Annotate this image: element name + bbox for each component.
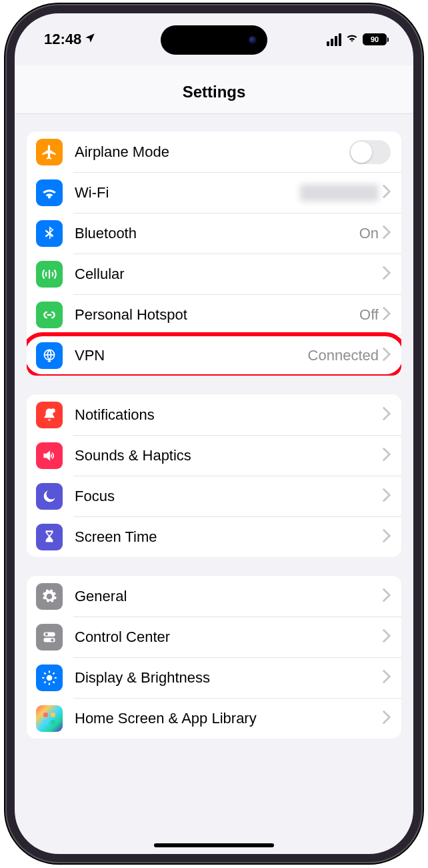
settings-group: GeneralControl CenterDisplay & Brightnes…: [27, 576, 401, 739]
row-display[interactable]: Display & Brightness: [27, 657, 401, 698]
row-detail-blurred: [300, 184, 379, 201]
location-icon: [84, 31, 96, 48]
chevron-right-icon: [383, 629, 391, 645]
row-label: Focus: [75, 488, 383, 505]
row-label: Personal Hotspot: [75, 306, 359, 324]
settings-group: NotificationsSounds & HapticsFocusScreen…: [27, 394, 401, 557]
airplane-icon: [36, 139, 63, 165]
general-icon: [36, 583, 63, 610]
row-vpn[interactable]: VPNConnected: [27, 335, 401, 376]
row-label: Sounds & Haptics: [75, 447, 383, 464]
row-detail: Off: [359, 306, 379, 324]
screen: 12:48 90 Settings Airplane ModeWi-FiBlue…: [15, 13, 413, 854]
vpn-icon: [36, 342, 63, 369]
row-label: General: [75, 588, 383, 605]
row-cellular[interactable]: Cellular: [27, 254, 401, 294]
display-icon: [36, 665, 63, 691]
chevron-right-icon: [383, 448, 391, 464]
notifications-icon: [36, 402, 63, 428]
row-label: Home Screen & App Library: [75, 710, 383, 727]
phone-frame: 12:48 90 Settings Airplane ModeWi-FiBlue…: [5, 4, 423, 863]
page-title: Settings: [15, 83, 413, 101]
row-focus[interactable]: Focus: [27, 476, 401, 516]
row-label: Wi-Fi: [75, 184, 300, 201]
hotspot-icon: [36, 302, 63, 328]
chevron-right-icon: [383, 488, 391, 504]
chevron-right-icon: [383, 185, 391, 201]
bluetooth-icon: [36, 220, 63, 247]
home-indicator[interactable]: [154, 843, 274, 847]
settings-list[interactable]: Airplane ModeWi-FiBluetoothOnCellularPer…: [15, 114, 413, 854]
row-label: VPN: [75, 347, 308, 364]
cellular-icon: [36, 261, 63, 288]
sounds-icon: [36, 442, 63, 469]
chevron-right-icon: [383, 266, 391, 282]
chevron-right-icon: [383, 711, 391, 727]
row-hotspot[interactable]: Personal HotspotOff: [27, 294, 401, 335]
chevron-right-icon: [383, 226, 391, 242]
battery-indicator: 90: [363, 33, 387, 45]
row-label: Notifications: [75, 406, 383, 424]
settings-group: Airplane ModeWi-FiBluetoothOnCellularPer…: [27, 131, 401, 376]
chevron-right-icon: [383, 670, 391, 686]
dynamic-island: [161, 25, 267, 55]
row-label: Display & Brightness: [75, 669, 383, 687]
row-label: Screen Time: [75, 528, 383, 546]
controlcenter-icon: [36, 624, 63, 650]
chevron-right-icon: [383, 307, 391, 323]
row-sounds[interactable]: Sounds & Haptics: [27, 435, 401, 476]
row-label: Cellular: [75, 266, 383, 283]
row-controlcenter[interactable]: Control Center: [27, 616, 401, 657]
focus-icon: [36, 483, 63, 510]
chevron-right-icon: [383, 348, 391, 364]
row-airplane[interactable]: Airplane Mode: [27, 131, 401, 172]
wifi-icon: [36, 179, 63, 206]
row-homescreen[interactable]: Home Screen & App Library: [27, 698, 401, 739]
chevron-right-icon: [383, 407, 391, 423]
nav-header: Settings: [15, 65, 413, 114]
chevron-right-icon: [383, 529, 391, 545]
row-wifi[interactable]: Wi-Fi: [27, 172, 401, 213]
row-notifications[interactable]: Notifications: [27, 394, 401, 435]
wifi-status-icon: [345, 31, 359, 48]
status-time: 12:48: [44, 31, 81, 48]
chevron-right-icon: [383, 588, 391, 604]
row-detail: Connected: [308, 347, 379, 364]
row-general[interactable]: General: [27, 576, 401, 616]
row-bluetooth[interactable]: BluetoothOn: [27, 213, 401, 254]
row-detail: On: [359, 225, 379, 242]
screentime-icon: [36, 524, 63, 550]
row-label: Control Center: [75, 628, 383, 646]
cellular-signal-icon: [327, 33, 341, 46]
row-label: Airplane Mode: [75, 143, 349, 161]
toggle-switch[interactable]: [349, 140, 391, 164]
row-screentime[interactable]: Screen Time: [27, 516, 401, 557]
row-label: Bluetooth: [75, 225, 359, 242]
homescreen-icon: [36, 705, 63, 732]
